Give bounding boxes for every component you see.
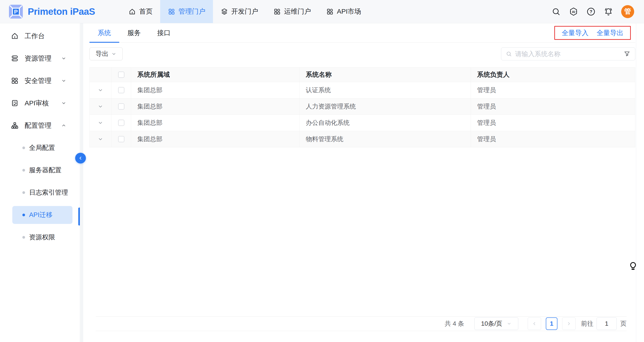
tabs-row: 系统 服务 接口 全量导入 全量导出 <box>90 23 635 43</box>
expand-chevron-icon[interactable] <box>98 136 103 142</box>
nav-item-ops-portal[interactable]: 运维门户 <box>266 0 318 23</box>
goto-page-input[interactable] <box>596 318 617 330</box>
header-actions: AI ? 管 <box>552 5 644 18</box>
sidebar-item-workbench[interactable]: 工作台 <box>0 25 80 47</box>
prev-page-button[interactable] <box>528 318 541 330</box>
full-import-link[interactable]: 全量导入 <box>562 28 588 38</box>
svg-text:P: P <box>14 9 18 15</box>
row-expand-cell <box>90 98 112 114</box>
sidebar-subitem-api-migration[interactable]: API迁移 <box>12 206 72 224</box>
nav-item-admin-portal[interactable]: 管理门户 <box>160 0 213 23</box>
sidebar-subitem-label: API迁移 <box>29 210 52 220</box>
search-input[interactable] <box>515 50 620 58</box>
sidebar-item-configuration[interactable]: 配置管理 <box>0 114 80 137</box>
user-avatar[interactable]: 管 <box>621 5 634 18</box>
search-icon[interactable] <box>552 7 561 16</box>
table-header-row: 系统所属域 系统名称 系统负责人 <box>90 68 635 82</box>
sidebar-item-resources[interactable]: 资源管理 <box>0 47 80 70</box>
grid-icon <box>11 77 19 85</box>
expand-chevron-icon[interactable] <box>98 87 103 93</box>
bell-icon[interactable] <box>604 7 613 16</box>
sidebar-subitem-resource-permissions[interactable]: 资源权限 <box>0 226 80 248</box>
nav-item-api-market[interactable]: API市场 <box>318 0 369 23</box>
sidebar-subitem-server-config[interactable]: 服务器配置 <box>0 159 80 182</box>
sidebar-item-api-review[interactable]: API审核 <box>0 92 80 114</box>
tabs: 系统 服务 接口 <box>90 23 179 42</box>
lightbulb-tip-icon[interactable] <box>628 261 638 272</box>
ai-assistant-icon[interactable]: AI <box>569 7 578 16</box>
top-nav: 首页 管理门户 开发门户 <box>121 0 369 23</box>
filter-funnel-icon[interactable] <box>624 50 630 58</box>
chevron-up-icon <box>61 123 66 128</box>
cell-name: 认证系统 <box>300 82 471 98</box>
drawer-edge-line <box>636 23 636 342</box>
help-icon[interactable]: ? <box>586 7 596 16</box>
table-row: 集团总部 物料管理系统 管理员 <box>90 131 635 148</box>
chevron-left-icon <box>532 321 537 326</box>
expand-chevron-icon[interactable] <box>98 120 103 126</box>
chevron-right-icon <box>566 321 571 326</box>
grid-icon <box>326 8 334 16</box>
bullet-dot-icon <box>22 191 25 194</box>
export-button[interactable]: 导出 <box>90 48 122 60</box>
sitemap-icon <box>11 122 19 130</box>
row-expand-cell <box>90 131 112 147</box>
nav-label: 管理门户 <box>178 7 205 16</box>
sidebar-item-label: 资源管理 <box>24 54 52 63</box>
brand-logo[interactable]: P Primeton iPaaS <box>0 4 121 19</box>
sidebar-subitem-log-index[interactable]: 日志索引管理 <box>0 182 80 204</box>
nav-item-home[interactable]: 首页 <box>121 0 160 23</box>
chevron-down-icon <box>111 51 116 56</box>
page-size-value: 10条/页 <box>481 320 502 328</box>
row-checkbox[interactable] <box>118 87 124 93</box>
row-checkbox[interactable] <box>118 103 124 110</box>
toolbar: 导出 <box>90 48 635 60</box>
row-expand-cell <box>90 115 112 131</box>
tab-interface[interactable]: 接口 <box>149 23 179 42</box>
cell-owner: 管理员 <box>471 131 635 147</box>
row-checkbox[interactable] <box>118 136 124 142</box>
column-header-domain: 系统所属域 <box>131 68 300 82</box>
chevron-left-icon <box>78 156 83 160</box>
sidebar-item-security[interactable]: 安全管理 <box>0 70 80 92</box>
cell-domain: 集团总部 <box>131 98 300 114</box>
sidebar-item-label: 安全管理 <box>24 76 52 86</box>
sidebar-collapse-button[interactable] <box>75 153 86 164</box>
systems-table: 系统所属域 系统名称 系统负责人 集团总部 认证系统 管理员 <box>90 67 635 148</box>
page-size-select[interactable]: 10条/页 <box>474 318 518 330</box>
annotation-highlight-box: 全量导入 全量导出 <box>554 26 631 40</box>
pagination: 共 4 条 10条/页 1 前往 页 <box>96 316 626 331</box>
column-header-owner: 系统负责人 <box>471 68 635 82</box>
full-export-link[interactable]: 全量导出 <box>596 28 624 38</box>
sidebar-item-label: 工作台 <box>24 32 45 41</box>
tab-service[interactable]: 服务 <box>119 23 149 42</box>
cell-domain: 集团总部 <box>131 131 300 147</box>
next-page-button[interactable] <box>562 318 576 330</box>
cell-owner: 管理员 <box>471 98 635 114</box>
goto-label: 前往 <box>581 320 594 328</box>
column-header-name: 系统名称 <box>300 68 471 82</box>
sidebar-subitem-label: 全局配置 <box>29 144 55 152</box>
page-unit-label: 页 <box>620 320 626 328</box>
table-row: 集团总部 认证系统 管理员 <box>90 82 635 98</box>
active-item-indicator <box>78 208 80 226</box>
tab-system[interactable]: 系统 <box>90 23 119 42</box>
bullet-dot-icon <box>22 236 25 239</box>
row-select-cell <box>112 115 131 131</box>
brand-title: Primeton iPaaS <box>28 6 95 17</box>
sidebar-subitem-label: 服务器配置 <box>29 166 62 175</box>
home-icon <box>11 32 19 40</box>
sidebar-item-label: API审核 <box>24 99 49 108</box>
nav-label: 运维门户 <box>284 7 311 16</box>
app: P Primeton iPaaS 首页 <box>0 0 644 342</box>
search-box <box>501 48 635 60</box>
nav-item-dev-portal[interactable]: 开发门户 <box>213 0 266 23</box>
page-number-button[interactable]: 1 <box>546 318 558 330</box>
expand-chevron-icon[interactable] <box>98 104 103 110</box>
row-checkbox[interactable] <box>118 120 124 126</box>
document-check-icon <box>11 99 19 107</box>
nav-label: 首页 <box>139 7 152 16</box>
sidebar-subitem-global-config[interactable]: 全局配置 <box>0 137 80 159</box>
select-all-checkbox[interactable] <box>118 72 124 78</box>
pagination-total: 共 4 条 <box>445 320 464 328</box>
